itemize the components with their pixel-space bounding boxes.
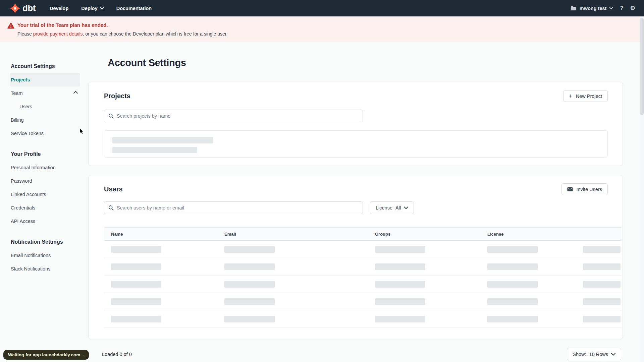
settings-sidebar: Account Settings Projects Team Users Bil… <box>0 42 88 360</box>
skeleton-bar <box>224 263 275 270</box>
sidebar-item-service-tokens[interactable]: Service Tokens <box>11 127 81 140</box>
sidebar-item-users[interactable]: Users <box>11 100 81 113</box>
dbt-logo[interactable]: dbt <box>10 3 36 13</box>
scrollbar-thumb[interactable] <box>640 18 644 115</box>
chevron-up-icon <box>73 91 78 94</box>
sidebar-item-linked-accounts[interactable]: Linked Accounts <box>11 188 81 201</box>
sidebar-item-billing[interactable]: Billing <box>11 113 81 127</box>
skeleton-bar <box>111 246 161 253</box>
banner-body-suffix: , or you can choose the Developer plan w… <box>83 31 228 37</box>
sidebar-item-label: Slack Notifications <box>11 266 50 272</box>
sidebar-item-slack-notifications[interactable]: Slack Notifications <box>11 262 81 276</box>
column-header-license: License <box>487 228 503 240</box>
projects-loading-skeleton <box>104 130 608 158</box>
sidebar-heading-account-settings: Account Settings <box>11 60 80 73</box>
license-filter-dropdown[interactable]: License All <box>370 201 414 214</box>
projects-card: Projects + New Project <box>88 82 623 166</box>
invite-users-button-label: Invite Users <box>576 187 602 192</box>
sidebar-item-label: Service Tokens <box>11 131 44 136</box>
sidebar-item-personal-information[interactable]: Personal Information <box>11 161 81 174</box>
nav-deploy[interactable]: Deploy <box>81 6 103 11</box>
loaded-count: Loaded 0 of 0 <box>102 352 132 357</box>
sidebar-item-password[interactable]: Password <box>11 174 81 188</box>
projects-search-row <box>104 110 608 122</box>
invite-users-button[interactable]: Invite Users <box>561 183 608 195</box>
dbt-logo-icon <box>10 3 20 13</box>
skeleton-bar <box>111 263 161 270</box>
new-project-button[interactable]: + New Project <box>563 90 608 102</box>
help-icon[interactable]: ? <box>620 5 623 11</box>
plus-icon: + <box>569 93 573 99</box>
column-header-name: Name <box>111 228 123 240</box>
sidebar-item-label: Credentials <box>11 205 35 210</box>
sidebar-item-label: Email Notifications <box>11 253 51 258</box>
users-card-header: Users Invite Users <box>104 183 608 195</box>
chevron-down-icon <box>100 7 104 9</box>
chevron-down-icon <box>609 7 613 9</box>
skeleton-bar <box>375 246 425 253</box>
skeleton-bar <box>583 281 621 288</box>
sidebar-heading-your-profile: Your Profile <box>11 147 80 161</box>
sidebar-item-api-access[interactable]: API Access <box>11 215 81 228</box>
skeleton-bar <box>487 246 538 253</box>
table-row-skeleton <box>104 276 621 293</box>
sidebar-item-projects[interactable]: Projects <box>10 73 80 86</box>
column-header-groups: Groups <box>375 228 390 240</box>
users-search-input[interactable] <box>117 205 359 210</box>
skeleton-bar <box>112 137 213 143</box>
sidebar-item-label: Team <box>11 90 22 96</box>
search-icon <box>108 205 114 210</box>
skeleton-bar <box>583 316 621 322</box>
projects-search-box[interactable] <box>104 110 363 122</box>
users-search-row: License All <box>104 201 608 214</box>
sidebar-item-label: Personal Information <box>11 165 56 170</box>
projects-section-title: Projects <box>104 92 130 100</box>
nav-develop-label: Develop <box>50 6 68 11</box>
table-row-skeleton <box>104 258 621 276</box>
show-label: Show: <box>573 352 586 357</box>
nav-documentation[interactable]: Documentation <box>116 6 152 11</box>
skeleton-bar <box>583 298 621 305</box>
sidebar-item-label: Linked Accounts <box>11 192 46 197</box>
chevron-down-icon <box>404 206 408 209</box>
license-filter-label: License <box>376 205 392 210</box>
skeleton-bar <box>583 263 621 270</box>
nav-deploy-label: Deploy <box>81 6 97 11</box>
users-table: Name Email Groups License <box>104 227 621 328</box>
sidebar-item-label: Billing <box>11 117 24 123</box>
skeleton-bar <box>375 281 425 288</box>
navbar-right: mwong test ? ⚙ <box>571 5 635 11</box>
skeleton-bar <box>111 316 161 322</box>
account-switcher[interactable]: mwong test <box>571 6 613 11</box>
brand-name: dbt <box>22 3 36 13</box>
users-section-title: Users <box>104 185 123 193</box>
payment-details-link[interactable]: provide payment details <box>33 31 83 37</box>
skeleton-bar <box>111 281 161 288</box>
skeleton-bar <box>375 316 425 322</box>
users-search-box[interactable] <box>104 201 363 214</box>
table-row-skeleton <box>104 293 621 310</box>
search-icon <box>108 113 114 119</box>
skeleton-bar <box>375 263 425 270</box>
sidebar-item-email-notifications[interactable]: Email Notifications <box>11 249 81 262</box>
skeleton-bar <box>487 316 538 322</box>
envelope-icon <box>567 187 573 191</box>
sidebar-item-label: Users <box>19 104 32 109</box>
skeleton-bar <box>111 298 161 305</box>
skeleton-bar <box>375 298 425 305</box>
banner-text: Your trial of the Team plan has ended. P… <box>17 22 228 42</box>
nav-develop[interactable]: Develop <box>50 6 68 11</box>
rows-per-page-dropdown[interactable]: Show: 10 Rows <box>567 348 621 360</box>
main-area: Account Settings Projects + New Project <box>88 42 644 360</box>
sidebar-item-label: API Access <box>11 219 35 224</box>
nav-documentation-label: Documentation <box>116 6 152 11</box>
projects-search-input[interactable] <box>117 113 359 119</box>
projects-card-header: Projects + New Project <box>104 90 608 102</box>
sidebar-item-credentials[interactable]: Credentials <box>11 201 81 215</box>
gear-icon[interactable]: ⚙ <box>630 5 635 11</box>
page-title: Account Settings <box>108 57 623 68</box>
top-navbar: dbt Develop Deploy Documentation mwong t… <box>0 0 644 16</box>
users-card: Users Invite Users License Al <box>88 175 623 339</box>
sidebar-item-team[interactable]: Team <box>11 86 81 100</box>
vertical-scrollbar[interactable] <box>640 16 644 362</box>
